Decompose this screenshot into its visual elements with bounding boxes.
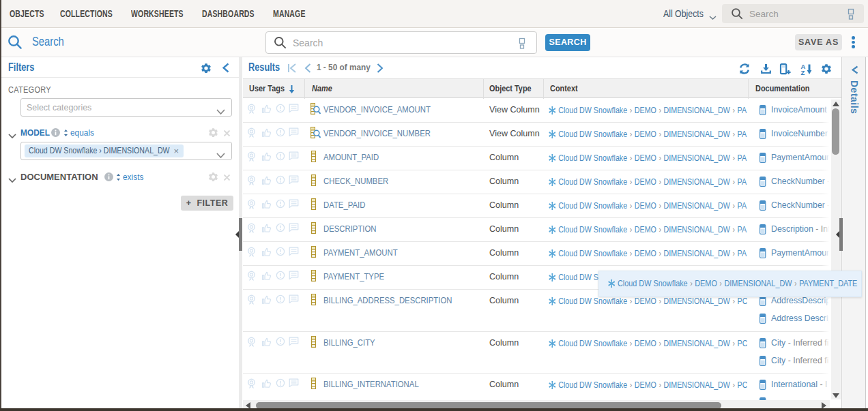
svg-text:Z: Z <box>801 69 805 75</box>
